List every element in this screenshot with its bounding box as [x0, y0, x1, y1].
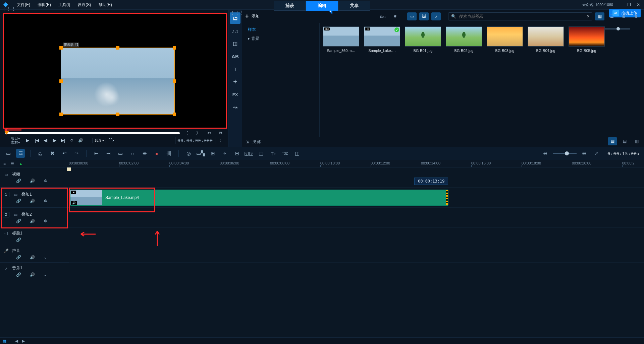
- library-item[interactable]: BG-B05.jpg: [569, 26, 605, 53]
- aspect-ratio-selector[interactable]: 16:9▾: [93, 138, 106, 143]
- scroll-left-icon[interactable]: ◀: [14, 339, 19, 343]
- expand-icon[interactable]: ⌄: [44, 272, 47, 277]
- add-media-button[interactable]: + 添加: [245, 13, 260, 20]
- clip-end-handle[interactable]: [446, 190, 448, 205]
- menu-edit[interactable]: 编辑(E): [34, 1, 54, 9]
- loop-button[interactable]: ↻: [68, 137, 75, 144]
- mixer-icon[interactable]: 卌: [164, 149, 173, 158]
- resize-handle[interactable]: [59, 46, 63, 50]
- mute-icon[interactable]: 🔊: [30, 219, 35, 223]
- link-icon[interactable]: 🔗: [16, 219, 21, 223]
- library-search[interactable]: 🔍 ×: [448, 12, 592, 20]
- text-tool-icon[interactable]: T▫: [269, 149, 277, 158]
- storyboard-view-icon[interactable]: ▭: [4, 149, 13, 158]
- mute-icon[interactable]: 🔊: [30, 255, 35, 260]
- zoom-slider[interactable]: [553, 153, 577, 154]
- tab-edit[interactable]: 编辑: [306, 1, 338, 11]
- resize-handle[interactable]: [116, 46, 119, 50]
- track-header-title[interactable]: ∘T标题1 🔗: [0, 228, 69, 245]
- open-project-icon[interactable]: 🗂: [36, 149, 45, 158]
- lock-icon[interactable]: ✲: [44, 179, 47, 183]
- search-input[interactable]: [459, 14, 584, 19]
- zoom-in-icon[interactable]: ⊕: [580, 149, 589, 158]
- pan-zoom-icon[interactable]: ◱◲: [245, 149, 253, 158]
- mask-icon[interactable]: ⬚: [257, 149, 265, 158]
- playhead[interactable]: [69, 167, 69, 337]
- track-header-overlay2[interactable]: 2▭叠加2 🔗🔊✲: [0, 208, 69, 228]
- link-icon[interactable]: 🔗: [16, 199, 21, 203]
- lock-icon[interactable]: ✲: [44, 199, 47, 203]
- expand-icon[interactable]: ⌄: [44, 255, 47, 260]
- menu-tools[interactable]: 工具(I): [55, 1, 73, 9]
- record-icon[interactable]: ●: [152, 149, 161, 158]
- lock-icon[interactable]: ✲: [44, 219, 47, 223]
- menu-help[interactable]: 帮助(H): [95, 1, 115, 9]
- category-path-icon[interactable]: ↝: [230, 101, 240, 113]
- tools-icon[interactable]: ✖: [48, 149, 57, 158]
- trim-right-icon[interactable]: ⇥: [104, 149, 113, 158]
- mode-project[interactable]: 项目▾: [11, 136, 20, 140]
- restore-icon[interactable]: ❐: [626, 2, 632, 7]
- timecode-stepper-icon[interactable]: ↕: [217, 137, 224, 144]
- expand-preview-button[interactable]: ⛶▾: [108, 137, 115, 144]
- multicam-icon[interactable]: ⊞: [208, 149, 217, 158]
- scroll-right-icon[interactable]: ▶: [20, 339, 26, 343]
- toggle-all-tracks-icon[interactable]: ≡: [3, 161, 6, 166]
- library-item[interactable]: BG-B02.jpg: [446, 26, 482, 53]
- tree-item-samples[interactable]: 样本: [242, 25, 319, 34]
- category-graphics-icon[interactable]: ✦: [230, 76, 240, 87]
- unstretch-icon[interactable]: ⇹: [140, 149, 149, 158]
- category-audio-icon[interactable]: ♪♫: [230, 25, 240, 37]
- track-header-overlay1[interactable]: 1▭叠加1 🔗🔊✲: [0, 188, 69, 208]
- link-icon[interactable]: 🔗: [16, 179, 21, 183]
- chapter-icon[interactable]: ◎: [184, 149, 193, 158]
- category-transition-icon[interactable]: ◫: [230, 38, 240, 49]
- track-header-music[interactable]: ♪音乐1 🔗🔊⌄: [0, 263, 69, 280]
- view-grid-icon[interactable]: ⊞: [619, 12, 629, 20]
- goto-start-button[interactable]: |◀: [34, 137, 40, 144]
- resize-handle[interactable]: [116, 113, 119, 116]
- resize-handle[interactable]: [173, 113, 176, 116]
- link-icon[interactable]: 🔗: [16, 255, 21, 260]
- panel-grip-icon[interactable]: ⋮⋮⋮: [2, 6, 16, 11]
- prev-frame-button[interactable]: ◀|: [42, 137, 49, 144]
- filter-video-icon[interactable]: ▭: [407, 12, 417, 20]
- panel-layout-c-icon[interactable]: ▥: [632, 137, 641, 145]
- browse-label[interactable]: 浏览: [253, 139, 261, 145]
- scroll-up-icon[interactable]: ▲: [19, 161, 23, 166]
- import-folder-icon[interactable]: 🗁₊: [378, 12, 388, 20]
- volume-button[interactable]: 🔊: [77, 137, 84, 144]
- category-title-ab-icon[interactable]: AB: [230, 51, 240, 62]
- preview-scrubber[interactable]: [5, 132, 180, 134]
- overlay-transform-box[interactable]: 覆盖轨 #1: [61, 48, 175, 115]
- preview-timecode[interactable]: 00:00:00:000: [175, 137, 215, 144]
- tab-capture[interactable]: 捕获: [274, 1, 306, 11]
- library-item[interactable]: HD✓ Sample_Lake….: [364, 26, 400, 53]
- link-icon[interactable]: 🔗: [16, 272, 21, 277]
- menu-settings[interactable]: 设置(S): [74, 1, 94, 9]
- capture-icon[interactable]: ✹: [390, 12, 400, 20]
- resize-handle[interactable]: [173, 46, 176, 50]
- filter-photo-icon[interactable]: 🖼: [419, 12, 429, 20]
- category-text-icon[interactable]: T: [230, 63, 240, 75]
- redo-icon[interactable]: ↷: [72, 149, 81, 158]
- mode-clip[interactable]: 素材▾: [11, 140, 20, 144]
- split-screen-icon[interactable]: ◫: [293, 149, 302, 158]
- subtitle-icon[interactable]: ⊟: [232, 149, 241, 158]
- zoom-timecode[interactable]: 0:00:15:00↕: [607, 151, 640, 156]
- timeline-view-icon[interactable]: ☲: [16, 149, 25, 158]
- zoom-out-icon[interactable]: ⊖: [541, 149, 550, 158]
- stretch-icon[interactable]: ↔: [128, 149, 137, 158]
- view-thumbnails-icon[interactable]: ▦: [595, 12, 604, 20]
- mute-icon[interactable]: 🔊: [30, 179, 35, 183]
- resize-handle[interactable]: [173, 79, 176, 83]
- mute-icon[interactable]: 🔊: [30, 272, 35, 277]
- library-item[interactable]: BG-B01.jpg: [405, 26, 441, 53]
- panel-layout-a-icon[interactable]: ▦: [608, 137, 617, 145]
- mute-icon[interactable]: 🔊: [30, 199, 35, 203]
- 3d-text-icon[interactable]: T3D: [281, 149, 289, 158]
- tab-share[interactable]: 共享: [338, 1, 370, 11]
- fit-timeline-icon[interactable]: ⤢: [592, 149, 601, 158]
- undo-icon[interactable]: ↶: [60, 149, 69, 158]
- next-frame-button[interactable]: |▶: [51, 137, 58, 144]
